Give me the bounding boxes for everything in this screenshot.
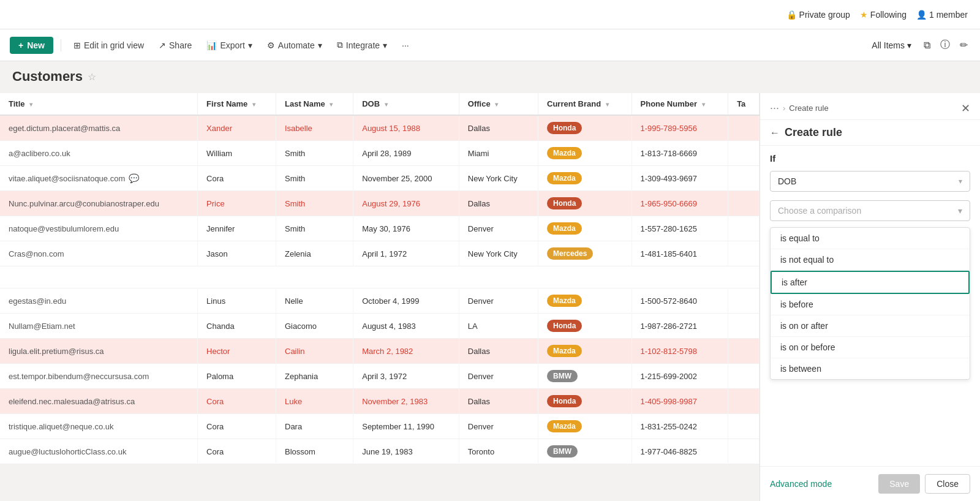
table-area: Title ▾ First Name ▾ Last Name ▾ DOB ▾ O…	[0, 93, 760, 501]
cell-title: Cras@non.com	[0, 241, 198, 266]
cell-first-name: Cora	[198, 389, 276, 414]
table-row[interactable]: tristique.aliquet@neque.co.uk Cora Dara …	[0, 414, 760, 439]
cell-brand: Mercedes	[538, 241, 632, 266]
comparison-option[interactable]: is on or after	[771, 315, 970, 337]
brand-badge: Mazda	[547, 172, 582, 184]
cell-ta	[728, 191, 760, 216]
comparison-option[interactable]: is on or before	[771, 337, 970, 358]
private-group: 🔒 Private group	[786, 10, 850, 20]
table-row[interactable]: natoque@vestibulumlorem.edu Jennifer Smi…	[0, 216, 760, 241]
cell-title: natoque@vestibulumlorem.edu	[0, 216, 198, 241]
share-label: Share	[169, 40, 192, 50]
brand-badge: Mazda	[547, 147, 582, 159]
cell-first-name: Price	[198, 191, 276, 216]
cell-first-name: Jennifer	[198, 216, 276, 241]
cell-dob: April 28, 1989	[353, 141, 459, 166]
new-button[interactable]: + New	[10, 37, 53, 54]
cell-title: augue@luctuslohorticClass.co.uk	[0, 439, 198, 464]
cell-dob: November 2, 1983	[353, 389, 459, 414]
cell-first-name: Cora	[198, 439, 276, 464]
cell-last-name: Cailin	[276, 339, 353, 364]
table-row[interactable]: vitae.aliquet@sociisnatoque.com💬 Cora Sm…	[0, 166, 760, 191]
sort-icon-dob: ▾	[385, 101, 388, 108]
comparison-option[interactable]: is between	[771, 358, 970, 379]
table-row[interactable]: Nullam@Etiam.net Chanda Giacomo August 4…	[0, 314, 760, 339]
cell-office: Denver	[459, 414, 538, 439]
table-row[interactable]: egestas@in.edu Linus Nelle October 4, 19…	[0, 288, 760, 314]
share-icon: ↗	[159, 40, 166, 50]
cell-brand: Mazda	[538, 216, 632, 241]
cell-office: Toronto	[459, 439, 538, 464]
col-office: Office ▾	[459, 93, 538, 115]
cell-office: Denver	[459, 216, 538, 241]
sort-icon-phone: ▾	[702, 101, 705, 108]
edit-button[interactable]: ✏	[957, 37, 970, 53]
advanced-mode-link[interactable]: Advanced mode	[770, 479, 832, 489]
cell-last-name: Dara	[276, 414, 353, 439]
all-items-chevron-icon: ▾	[907, 40, 911, 50]
star-icon: ★	[860, 10, 868, 20]
cell-title: Nunc.pulvinar.arcu@conubianostraper.edu	[0, 191, 198, 216]
cell-ta	[728, 288, 760, 314]
panel-breadcrumb: ··· › Create rule ✕	[760, 93, 980, 120]
automate-label: Automate	[278, 40, 315, 50]
edit-grid-button[interactable]: ⊞ Edit in grid view	[69, 38, 149, 53]
brand-badge: Mazda	[547, 222, 582, 235]
breadcrumb-dots[interactable]: ···	[770, 102, 779, 115]
table-row[interactable]: Nunc.pulvinar.arcu@conubianostraper.edu …	[0, 191, 760, 216]
cell-last-name: Zephania	[276, 364, 353, 389]
export-icon: 📊	[206, 40, 217, 50]
cell-first-name: Xander	[198, 115, 276, 141]
comparison-option[interactable]: is equal to	[771, 228, 970, 249]
field-dropdown[interactable]: DOB ▾	[770, 171, 970, 192]
table-row[interactable]: augue@luctuslohorticClass.co.uk Cora Blo…	[0, 439, 760, 464]
cell-brand: Mazda	[538, 166, 632, 191]
info-button[interactable]: ⓘ	[938, 36, 952, 54]
brand-badge: BMW	[547, 445, 578, 458]
all-items-button[interactable]: All Items ▾	[867, 38, 916, 53]
table-row[interactable]: Cras@non.com Jason Zelenia April 1, 1972…	[0, 241, 760, 266]
cell-ta	[728, 241, 760, 266]
cell-ta	[728, 339, 760, 364]
cell-title: est.tempor.bibendum@neccursusa.com	[0, 364, 198, 389]
save-button[interactable]: Save	[878, 474, 920, 494]
comparison-option[interactable]: is after	[771, 271, 970, 294]
cell-phone: 1-309-493-9697	[631, 166, 728, 191]
cell-title: ligula.elit.pretium@risus.ca	[0, 339, 198, 364]
sort-icon-office: ▾	[495, 101, 498, 108]
close-button[interactable]: Close	[925, 474, 970, 494]
cell-office: New York City	[459, 241, 538, 266]
table-row[interactable]: a@aclibero.co.uk William Smith April 28,…	[0, 141, 760, 166]
share-button[interactable]: ↗ Share	[154, 38, 197, 53]
panel-close-button[interactable]: ✕	[961, 103, 970, 114]
info-icon: ⓘ	[940, 39, 950, 50]
sort-icon-first: ▾	[252, 101, 255, 108]
cell-office: New York City	[459, 166, 538, 191]
comparison-dropdown[interactable]: Choose a comparison ▾	[770, 200, 970, 221]
more-button[interactable]: ···	[397, 38, 414, 53]
filter-button[interactable]: ⧉	[921, 37, 933, 53]
cell-dob: September 11, 1990	[353, 414, 459, 439]
integrate-button[interactable]: ⧉ Integrate ▾	[332, 37, 392, 53]
automate-button[interactable]: ⚙ Automate ▾	[262, 38, 327, 53]
table-row[interactable]: eget.dictum.placerat@mattis.ca Xander Is…	[0, 115, 760, 141]
cell-office: Dallas	[459, 191, 538, 216]
title-star-icon[interactable]: ☆	[88, 71, 96, 83]
panel-back-button[interactable]: ←	[770, 127, 780, 138]
following-button[interactable]: ★ Following	[860, 10, 907, 20]
table-row[interactable]: ligula.elit.pretium@risus.ca Hector Cail…	[0, 339, 760, 364]
table-row[interactable]: eleifend.nec.malesuada@atrisus.ca Cora L…	[0, 389, 760, 414]
comparison-option[interactable]: is before	[771, 294, 970, 315]
cell-first-name: Cora	[198, 414, 276, 439]
cell-title: a@aclibero.co.uk	[0, 141, 198, 166]
brand-badge: Mazda	[547, 420, 582, 432]
comparison-option[interactable]: is not equal to	[771, 249, 970, 271]
integrate-icon: ⧉	[337, 40, 343, 50]
export-button[interactable]: 📊 Export ▾	[202, 38, 257, 53]
main-content: Customers ☆ Title ▾ First Name ▾ Last Na…	[0, 61, 980, 501]
col-ta: Ta	[728, 93, 760, 115]
cell-ta	[728, 364, 760, 389]
col-last-name: Last Name ▾	[276, 93, 353, 115]
top-bar-right: 🔒 Private group ★ Following 👤 1 member	[786, 10, 968, 20]
table-row[interactable]: est.tempor.bibendum@neccursusa.com Palom…	[0, 364, 760, 389]
